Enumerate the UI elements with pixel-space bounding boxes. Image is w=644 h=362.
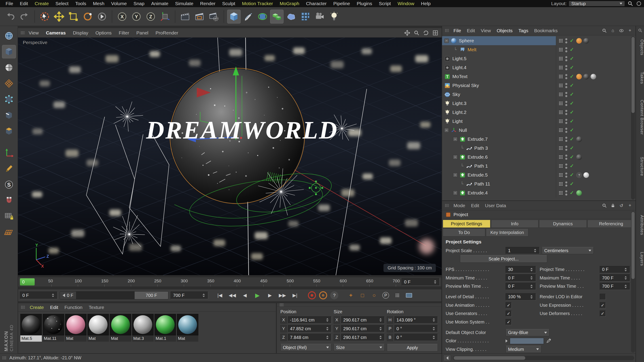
- position-y-field[interactable]: 47.852 cm: [288, 325, 332, 332]
- stepper[interactable]: [624, 268, 628, 271]
- range-track[interactable]: [76, 291, 134, 299]
- search-icon[interactable]: [638, 28, 643, 33]
- enabled-check-icon[interactable]: ✓: [570, 118, 574, 124]
- layer-dots-icon[interactable]: [559, 110, 563, 114]
- menubar-item-character[interactable]: Character: [302, 0, 330, 7]
- menubar-item-file[interactable]: File: [2, 0, 16, 7]
- project-scale-field[interactable]: 1: [506, 247, 540, 254]
- layer-dots-icon[interactable]: [559, 119, 563, 123]
- viewport-menu-prorender[interactable]: ProRender: [152, 30, 182, 36]
- enabled-check-icon[interactable]: ✓: [570, 172, 574, 178]
- visibility-toggles[interactable]: [565, 92, 567, 97]
- stepper[interactable]: [326, 335, 330, 339]
- visibility-toggles[interactable]: [565, 190, 567, 196]
- menubar-item-edit[interactable]: Edit: [16, 0, 31, 7]
- viewport[interactable]: DREAMWORLD Perspective Grid Spacing : 10…: [18, 38, 442, 275]
- edges-mode-button[interactable]: [2, 109, 16, 122]
- stepper[interactable]: [433, 335, 436, 339]
- attribute-object-row[interactable]: Project: [442, 210, 636, 219]
- eyedropper-icon[interactable]: [546, 338, 552, 344]
- next-key-button[interactable]: ▶▶: [276, 291, 288, 300]
- tab-to-do[interactable]: To Do: [443, 228, 485, 236]
- scene-title-text[interactable]: DREAMWORLD: [146, 116, 338, 144]
- question-tag-icon[interactable]: ?: [576, 172, 582, 178]
- lock-z-tool-button[interactable]: Z: [144, 10, 158, 24]
- level-of-detail-field[interactable]: 100 %: [506, 293, 536, 300]
- object-row-light-2[interactable]: Light.2✓: [442, 108, 636, 117]
- stepper[interactable]: [326, 318, 330, 322]
- polygons-mode-button[interactable]: [2, 124, 16, 138]
- attribute-menu-user-data[interactable]: User Data: [482, 203, 509, 208]
- layer-dots-icon[interactable]: [559, 137, 563, 141]
- key-position-button[interactable]: +: [346, 291, 356, 300]
- dock-tab-structure[interactable]: Structure: [636, 157, 644, 176]
- dock-tab-attributes[interactable]: Attributes: [636, 215, 644, 235]
- layer-dots-icon[interactable]: [559, 128, 563, 132]
- lock-y-tool-button[interactable]: Y: [130, 10, 143, 24]
- fps-field[interactable]: 30: [506, 266, 536, 273]
- visibility-toggles[interactable]: [565, 110, 567, 115]
- viewport-menu-display[interactable]: Display: [69, 30, 92, 36]
- expand-arrow-icon[interactable]: [506, 339, 508, 342]
- size-y-field[interactable]: 290.617 cm: [341, 325, 384, 332]
- search-icon[interactable]: [602, 203, 607, 209]
- position-x-field[interactable]: -116.941 cm: [288, 316, 332, 323]
- material-item[interactable]: Mat: [110, 314, 131, 342]
- visibility-toggles[interactable]: [565, 155, 567, 160]
- visibility-toggles[interactable]: [565, 119, 567, 124]
- layer-dots-icon[interactable]: [559, 75, 563, 79]
- object-manager-menu-view[interactable]: View: [478, 28, 494, 33]
- material-item[interactable]: Mat.1: [154, 314, 176, 342]
- object-manager-menu-file[interactable]: File: [450, 28, 464, 33]
- visibility-toggles[interactable]: [565, 146, 567, 151]
- viewport-menu-cameras[interactable]: Cameras: [42, 30, 69, 36]
- enabled-check-icon[interactable]: ✓: [570, 47, 574, 53]
- object-row-path-11[interactable]: └Path 11✓: [442, 179, 636, 188]
- layer-dots-icon[interactable]: [559, 92, 563, 96]
- add-icon[interactable]: +: [627, 203, 633, 209]
- menubar-item-simulate[interactable]: Simulate: [172, 0, 197, 7]
- layer-dots-icon[interactable]: [559, 57, 563, 61]
- layer-dots-icon[interactable]: [559, 155, 563, 159]
- key-scale-button[interactable]: □: [358, 291, 368, 300]
- viewport-solo-button[interactable]: [2, 162, 16, 175]
- object-row-extrude-6[interactable]: −Extrude.6✓: [442, 153, 636, 162]
- project-scale-unit-dropdown[interactable]: Centimeters: [542, 247, 594, 254]
- menubar-item-render[interactable]: Render: [197, 0, 219, 7]
- panel-grip-icon[interactable]: [21, 306, 25, 309]
- coordinate-system-tool-button[interactable]: [158, 10, 172, 24]
- size-z-field[interactable]: 290.617 cm: [341, 334, 384, 341]
- rotation-h-field[interactable]: 143.089 °: [394, 316, 438, 323]
- menubar-item-script[interactable]: Script: [376, 0, 394, 7]
- menubar-item-mograph[interactable]: MoGraph: [276, 0, 303, 7]
- dark-tag-icon[interactable]: [584, 38, 589, 44]
- viewport-menu-options[interactable]: Options: [92, 30, 115, 36]
- enabled-check-icon[interactable]: ✓: [570, 56, 574, 62]
- menubar-item-motion-tracker[interactable]: Motion Tracker: [238, 0, 276, 7]
- frame-stepper[interactable]: [434, 280, 437, 284]
- enabled-check-icon[interactable]: ✓: [570, 83, 574, 88]
- object-row-light-5[interactable]: Light.5✓: [442, 54, 636, 63]
- expander-icon[interactable]: −: [444, 39, 449, 43]
- generators-tool-button[interactable]: [270, 10, 284, 24]
- object-row-physical-sky[interactable]: Physical Sky✓: [442, 81, 636, 90]
- scale-project-button[interactable]: Scale Project...: [460, 255, 547, 263]
- material-thumbnail[interactable]: [154, 314, 176, 335]
- object-row-null[interactable]: −Null✓: [442, 126, 636, 135]
- material-thumbnail[interactable]: [110, 314, 131, 335]
- layer-dots-icon[interactable]: [559, 39, 563, 43]
- stepper[interactable]: [433, 327, 436, 330]
- planar-workplane-button[interactable]: [2, 225, 16, 239]
- key-points-button[interactable]: [392, 291, 402, 300]
- previous-key-button[interactable]: ◀◀: [226, 291, 238, 300]
- points-mode-button[interactable]: [2, 93, 16, 106]
- layer-dots-icon[interactable]: [559, 191, 563, 195]
- layer-dots-icon[interactable]: [559, 164, 563, 168]
- dark-tag-icon[interactable]: [576, 137, 582, 142]
- rotate-view-icon[interactable]: [422, 29, 430, 37]
- key-parameter-button[interactable]: P: [381, 291, 391, 300]
- keyframe-selection-button[interactable]: ?: [330, 291, 338, 299]
- pan-view-icon[interactable]: [404, 29, 411, 37]
- object-row-light-4[interactable]: Light.4✓: [442, 63, 636, 72]
- magnet-snap-button[interactable]: [2, 194, 16, 207]
